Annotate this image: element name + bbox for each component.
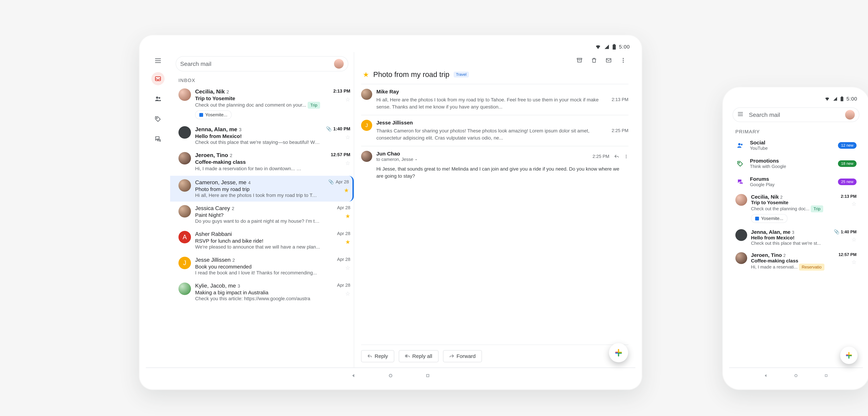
email-row[interactable]: J Jesse Jillissen 2 Book you recommended… <box>170 253 354 279</box>
nav-chat-icon[interactable] <box>151 132 164 146</box>
svg-rect-22 <box>825 375 827 377</box>
nav-people-icon[interactable] <box>151 92 164 105</box>
nav-recent[interactable] <box>425 373 431 379</box>
phone-frame: 5:00 Search mail PRIMARY SocialYouTube 1… <box>722 87 868 390</box>
star-icon[interactable]: ☆ <box>345 290 350 297</box>
delete-button[interactable] <box>591 57 597 64</box>
email-snippet: Check out this place that we're staying—… <box>195 140 320 145</box>
nav-home[interactable] <box>793 373 799 379</box>
star-icon[interactable]: ☆ <box>345 160 350 166</box>
forward-label: Forward <box>457 353 476 359</box>
chevron-down-icon[interactable] <box>414 158 418 161</box>
star-icon[interactable]: ☆ <box>345 134 350 141</box>
message[interactable]: Mike Ray Hi all, Here are the photos I t… <box>361 84 628 115</box>
category-badge: 25 new <box>838 178 857 185</box>
mark-unread-button[interactable] <box>605 57 612 64</box>
category-row[interactable]: SocialYouTube 12 new <box>729 136 863 154</box>
star-icon[interactable]: ★ <box>344 187 349 194</box>
sender-avatar <box>179 89 191 101</box>
email-row[interactable]: Kylie, Jacob, me 3 Making a big impact i… <box>170 279 354 305</box>
overflow-button[interactable] <box>620 57 627 64</box>
attachment-icon: 📎 <box>326 126 332 132</box>
email-row[interactable]: Jeroen, Tino 2 Coffee-making class Hi, I… <box>170 148 354 176</box>
email-chip: Trip <box>811 205 823 212</box>
email-subject: Coffee-making class <box>195 159 320 165</box>
star-icon[interactable]: ☆ <box>345 96 350 103</box>
email-snippet: Check you this article: https://www.goog… <box>195 296 320 302</box>
email-snippet: Hi all, Here are the photos I took from … <box>195 193 319 198</box>
nav-home[interactable] <box>388 373 394 379</box>
phone-section-label: PRIMARY <box>729 126 863 136</box>
email-from: Cameron, Jesse, me 4 <box>195 179 319 186</box>
category-row[interactable]: PromotionsThink with Google 18 new <box>729 154 863 173</box>
star-icon[interactable]: ☆ <box>851 236 857 243</box>
email-subject: Hello from Mexico! <box>751 235 829 241</box>
svg-point-11 <box>626 155 626 155</box>
nav-inbox-icon[interactable] <box>151 72 164 85</box>
phone-search-bar[interactable]: Search mail <box>733 107 859 122</box>
sender-avatar <box>179 205 191 217</box>
sender-avatar <box>179 282 191 295</box>
reply-icon[interactable] <box>614 154 619 159</box>
menu-button[interactable] <box>154 57 162 65</box>
phone-compose-fab[interactable] <box>840 347 858 364</box>
attachment-icon: 📎 <box>328 179 334 184</box>
nav-rail <box>146 52 170 368</box>
svg-point-3 <box>156 97 158 99</box>
message[interactable]: Jun Chao to cameron, Jesse 2:25 PM Hi Je… <box>361 146 628 184</box>
email-from: Asher Rabbani <box>195 231 320 237</box>
nav-recent[interactable] <box>823 373 829 379</box>
sender-avatar <box>179 126 191 139</box>
message-from: Jun Chao <box>376 151 588 157</box>
message[interactable]: J Jesse Jillissen Thanks Cameron for sha… <box>361 115 628 146</box>
category-badge: 18 new <box>838 160 857 167</box>
sender-avatar: A <box>179 231 191 243</box>
account-avatar[interactable] <box>845 110 855 119</box>
status-time: 5:00 <box>846 96 857 102</box>
email-row[interactable]: Jeroen, Tino 2 Coffee-making class Hi, I… <box>729 249 863 274</box>
email-row[interactable]: Jenna, Alan, me 3 Hello from Mexico! Che… <box>729 226 863 249</box>
star-icon[interactable]: ★ <box>345 239 350 245</box>
email-row[interactable]: Jessica Carey 2 Paint Night? Do you guys… <box>170 202 354 228</box>
nav-back[interactable] <box>350 373 356 379</box>
email-snippet: Hi, I made a reservati... Reservatio <box>751 264 829 271</box>
forward-button[interactable]: Forward <box>443 350 482 362</box>
email-row[interactable]: Jenna, Alan, me 3 Hello from Mexico! Che… <box>170 123 354 148</box>
nav-tag-icon[interactable] <box>151 112 164 126</box>
star-icon[interactable]: ☆ <box>345 265 350 271</box>
nav-back[interactable] <box>763 373 769 379</box>
star-icon[interactable]: ☆ <box>851 201 857 207</box>
reply-all-button[interactable]: Reply all <box>399 350 438 362</box>
category-subtitle: YouTube <box>750 146 768 151</box>
category-subtitle: Google Play <box>750 182 775 187</box>
email-row[interactable]: A Asher Rabbani RSVP for lunch and bike … <box>170 228 354 253</box>
reply-button[interactable]: Reply <box>361 350 394 362</box>
email-snippet: I read the book and I love it! Thanks fo… <box>195 270 320 276</box>
search-placeholder: Search mail <box>749 111 780 118</box>
thread-star-icon[interactable]: ★ <box>363 71 369 78</box>
email-row[interactable]: Cecilia, Nik 2 Trip to Yosemite Check ou… <box>170 85 354 123</box>
archive-button[interactable] <box>576 57 583 64</box>
message-overflow-icon[interactable] <box>624 154 628 159</box>
category-row[interactable]: ForumsGoogle Play 25 new <box>729 173 863 191</box>
email-subject: Photo from my road trip <box>195 186 319 192</box>
search-bar[interactable]: Search mail <box>176 56 348 71</box>
email-snippet: Do you guys want to do a paint night at … <box>195 218 320 224</box>
email-row[interactable]: Cameron, Jesse, me 4 Photo from my road … <box>170 176 354 202</box>
star-icon[interactable]: ★ <box>345 213 350 219</box>
email-snippet: Check out this place that we're st... <box>751 241 829 246</box>
attachment-chip[interactable]: Yosemite... <box>751 214 787 223</box>
phone-menu-button[interactable] <box>737 111 744 119</box>
account-avatar[interactable] <box>334 59 344 69</box>
sender-avatar <box>735 229 747 241</box>
compose-fab[interactable] <box>609 343 628 362</box>
search-placeholder: Search mail <box>180 61 212 67</box>
wifi-icon <box>595 44 601 50</box>
attachment-chip[interactable]: Yosemite... <box>195 110 231 119</box>
email-row[interactable]: Cecilia, Nik 2 Trip to Yosemite Check ou… <box>729 191 863 226</box>
email-subject: Trip to Yosemite <box>195 96 320 101</box>
star-icon[interactable]: ☆ <box>851 259 857 265</box>
svg-point-20 <box>739 162 740 163</box>
email-time: Apr 28 <box>337 231 350 236</box>
thread-label[interactable]: Travel <box>454 72 469 77</box>
